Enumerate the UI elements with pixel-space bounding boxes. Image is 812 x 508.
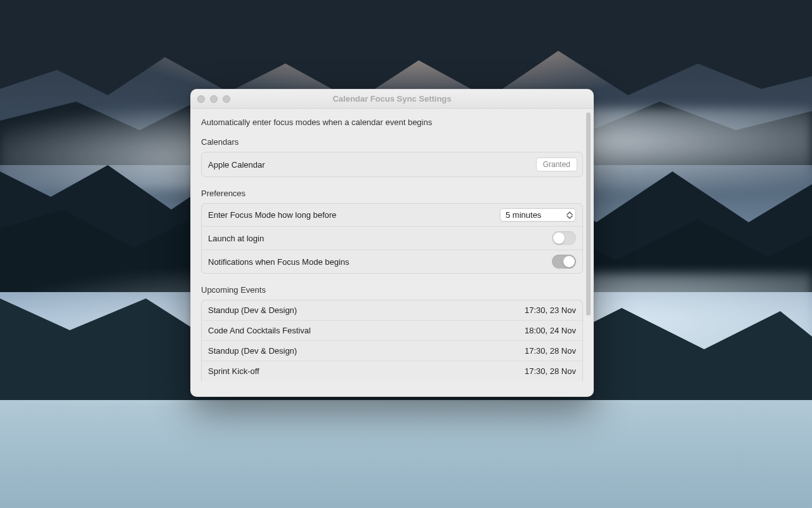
page-subtitle: Automatically enter focus modes when a c… (201, 117, 583, 127)
launch-login-toggle[interactable] (552, 231, 576, 245)
pref-row-notifications: Notifications when Focus Mode begins (202, 250, 582, 273)
event-title: Sprint Kick-off (208, 366, 259, 376)
titlebar: Calendar Focus Sync Settings (191, 90, 593, 109)
notifications-toggle[interactable] (552, 255, 576, 269)
settings-window: Calendar Focus Sync Settings Automatical… (190, 89, 594, 397)
upcoming-section-label: Upcoming Events (201, 285, 583, 295)
lead-time-label: Enter Focus Mode how long before (208, 210, 336, 220)
calendar-status-badge[interactable]: Granted (536, 157, 577, 171)
event-row[interactable]: Code And Cocktails Festival 18:00, 24 No… (202, 321, 582, 341)
pref-row-launch-login: Launch at login (202, 227, 582, 250)
event-row[interactable]: Sprint Kick-off 17:30, 28 Nov (202, 361, 582, 381)
pref-row-lead-time: Enter Focus Mode how long before 5 minut… (202, 204, 582, 227)
event-title: Standup (Dev & Design) (208, 346, 297, 356)
notifications-label: Notifications when Focus Mode begins (208, 257, 350, 267)
lead-time-value: 5 minutes (506, 210, 541, 220)
event-row[interactable]: Standup (Dev & Design) 17:30, 23 Nov (202, 300, 582, 321)
scrollbar[interactable] (586, 112, 591, 316)
preferences-section-label: Preferences (201, 189, 583, 198)
calendar-row: Apple Calendar Granted (201, 152, 583, 177)
upcoming-events-list: Standup (Dev & Design) 17:30, 23 Nov Cod… (202, 300, 582, 381)
event-title: Code And Cocktails Festival (208, 326, 311, 335)
lead-time-select[interactable]: 5 minutes (500, 208, 576, 222)
event-time: 17:30, 28 Nov (525, 346, 576, 356)
event-time: 17:30, 23 Nov (525, 305, 576, 315)
event-time: 18:00, 24 Nov (525, 326, 576, 335)
launch-login-label: Launch at login (208, 234, 264, 243)
calendar-name: Apple Calendar (208, 160, 265, 170)
calendars-section-label: Calendars (201, 137, 583, 147)
event-time: 17:30, 28 Nov (525, 366, 576, 376)
event-row[interactable]: Standup (Dev & Design) 17:30, 28 Nov (202, 341, 582, 361)
preferences-list: Enter Focus Mode how long before 5 minut… (201, 203, 583, 274)
event-title: Standup (Dev & Design) (208, 305, 297, 315)
window-title: Calendar Focus Sync Settings (191, 94, 593, 104)
chevron-up-down-icon (566, 211, 573, 219)
